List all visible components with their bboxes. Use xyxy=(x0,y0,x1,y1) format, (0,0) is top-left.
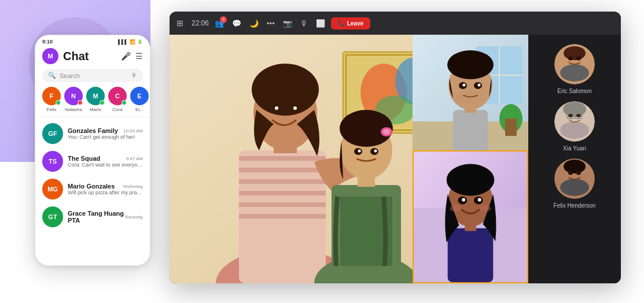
svg-point-62 xyxy=(462,198,465,202)
participant-name-felix: Felix Henderson xyxy=(554,202,596,209)
menu-icon[interactable]: ☰ xyxy=(135,51,143,61)
mic-icon[interactable]: 🎤 xyxy=(121,51,131,61)
chat-content-squad: The Squad 9:47 AM Cora: Can't wait to se… xyxy=(68,155,143,168)
mario-video-feed: Mario Gonzales xyxy=(413,35,528,168)
svg-rect-13 xyxy=(239,202,326,207)
svg-point-17 xyxy=(252,64,319,116)
toolbar-icons: 👥 3 💬 🌙 ••• 📷 🎙 ⬜ xyxy=(215,19,325,28)
participant-name-xia: Xia Yuan xyxy=(563,145,586,152)
phone-time: 9:10 xyxy=(42,39,53,45)
svg-rect-11 xyxy=(239,179,326,184)
svg-point-68 xyxy=(564,46,586,60)
phone-status-bar: 9:10 ▌▌▌ 📶 🔋 xyxy=(35,35,150,46)
battery-icon: 🔋 xyxy=(137,39,143,45)
chat-icon[interactable]: 💬 xyxy=(232,19,241,28)
svg-rect-9 xyxy=(239,156,326,161)
participant-avatar-felix xyxy=(554,158,595,199)
participant-xia: Xia Yuan xyxy=(554,101,595,152)
chat-screen-title: Chat xyxy=(63,50,89,63)
participant-avatar-xia xyxy=(554,101,595,142)
chat-content-mario: Mario Gonzales Yesterday Will pick up pi… xyxy=(68,183,143,195)
svg-point-69 xyxy=(560,64,589,82)
woman-video-feed xyxy=(413,150,528,283)
svg-point-84 xyxy=(560,179,589,196)
chat-item-mario[interactable]: MG Mario Gonzales Yesterday Will pick up… xyxy=(35,175,150,203)
search-icon: 🔍 xyxy=(48,72,56,79)
svg-point-53 xyxy=(478,84,481,87)
voice-search-icon[interactable]: 🎙 xyxy=(131,72,137,79)
leave-phone-icon: 📞 xyxy=(338,20,345,27)
signal-icon: ▌▌▌ xyxy=(118,39,128,45)
svg-point-21 xyxy=(293,106,297,110)
svg-rect-44 xyxy=(505,119,517,136)
svg-point-33 xyxy=(374,150,377,153)
svg-point-77 xyxy=(576,114,581,117)
svg-point-20 xyxy=(275,106,278,110)
chat-name-squad: The Squad xyxy=(68,155,100,162)
svg-rect-56 xyxy=(448,228,494,282)
chat-content-gonzales: Gonzales Family 10:09 AM You: Can't get … xyxy=(68,127,143,140)
search-bar[interactable]: 🔍 Search 🎙 xyxy=(42,69,143,82)
fullscreen-icon[interactable]: ⬜ xyxy=(316,19,325,28)
phone-header: M Chat 🎤 ☰ xyxy=(35,46,150,69)
svg-point-32 xyxy=(358,150,361,153)
chat-avatar-squad: TS xyxy=(42,151,63,172)
contact-cora[interactable]: C Cora xyxy=(108,87,127,112)
video-toggle-icon[interactable]: 📷 xyxy=(283,19,292,28)
search-input: Search xyxy=(60,72,128,79)
chat-avatar-mario: MG xyxy=(42,179,63,199)
contact-name-er: Er... xyxy=(135,107,143,112)
phone-status-icons: ▌▌▌ 📶 🔋 xyxy=(118,39,143,45)
chat-item-grace[interactable]: GT Grace Tang Huang PTA Recently xyxy=(35,203,150,231)
participants-icon[interactable]: 👥 3 xyxy=(215,19,224,28)
svg-point-59 xyxy=(447,164,495,196)
chat-item-squad[interactable]: TS The Squad 9:47 AM Cora: Can't wait to… xyxy=(35,147,150,175)
scene: 9:10 ▌▌▌ 📶 🔋 M Chat 🎤 ☰ 🔍 Search xyxy=(0,0,644,303)
chat-time-gonzales: 10:09 AM xyxy=(123,128,143,134)
phone-header-left: M Chat xyxy=(42,48,89,64)
divider xyxy=(35,117,150,117)
sidebar-participants: Eric Salomon xyxy=(528,35,621,283)
contact-natasha[interactable]: N Natasha xyxy=(64,87,83,112)
chat-time-squad: 9:47 AM xyxy=(126,156,143,161)
chat-preview-gonzales: You: Can't get enough of her! xyxy=(68,134,143,140)
svg-point-34 xyxy=(347,156,356,162)
toolbar-time: 22:06 xyxy=(192,19,209,27)
contacts-row: F Felix N Natasha M Mario xyxy=(35,87,150,117)
chat-list: GF Gonzales Family 10:09 AM You: Can't g… xyxy=(35,120,150,231)
svg-rect-14 xyxy=(239,214,326,219)
contact-felix[interactable]: F Felix xyxy=(42,87,61,112)
svg-point-83 xyxy=(564,160,586,173)
participant-name-eric: Eric Salomon xyxy=(557,88,591,94)
contact-name-felix: Felix xyxy=(47,107,57,112)
svg-point-48 xyxy=(447,50,494,79)
chat-time-mario: Yesterday xyxy=(123,184,143,189)
moon-icon[interactable]: 🌙 xyxy=(249,19,259,28)
grid-view-icon[interactable]: ⊞ xyxy=(176,19,183,28)
contact-er[interactable]: E Er... xyxy=(130,87,149,112)
svg-point-35 xyxy=(376,156,385,162)
svg-point-63 xyxy=(478,198,481,202)
contact-name-natasha: Natasha xyxy=(65,107,82,112)
svg-point-71 xyxy=(576,57,581,61)
chat-content-grace: Grace Tang Huang PTA Recently xyxy=(68,210,143,224)
svg-rect-12 xyxy=(239,191,326,195)
svg-point-75 xyxy=(560,121,589,139)
svg-point-64 xyxy=(450,205,462,212)
chat-avatar-gonzales: GF xyxy=(42,123,63,144)
desktop-video-call: ⊞ 22:06 👥 3 💬 🌙 ••• 📷 🎙 ⬜ 📞 Leave xyxy=(170,12,621,283)
svg-point-76 xyxy=(568,114,573,117)
phone-header-icons: 🎤 ☰ xyxy=(121,51,143,61)
participant-eric: Eric Salomon xyxy=(554,44,595,94)
svg-point-70 xyxy=(568,57,573,61)
mic-toggle-icon[interactable]: 🎙 xyxy=(300,19,308,28)
participant-felix: Felix Henderson xyxy=(554,158,596,209)
wifi-icon: 📶 xyxy=(130,39,135,45)
chat-item-gonzales-family[interactable]: GF Gonzales Family 10:09 AM You: Can't g… xyxy=(35,120,150,147)
contact-name-mario: Mario xyxy=(90,107,101,112)
svg-point-74 xyxy=(563,102,586,117)
svg-point-52 xyxy=(463,84,466,87)
leave-button[interactable]: 📞 Leave xyxy=(331,17,370,29)
more-options-icon[interactable]: ••• xyxy=(267,19,275,28)
contact-mario[interactable]: M Mario xyxy=(86,87,105,112)
